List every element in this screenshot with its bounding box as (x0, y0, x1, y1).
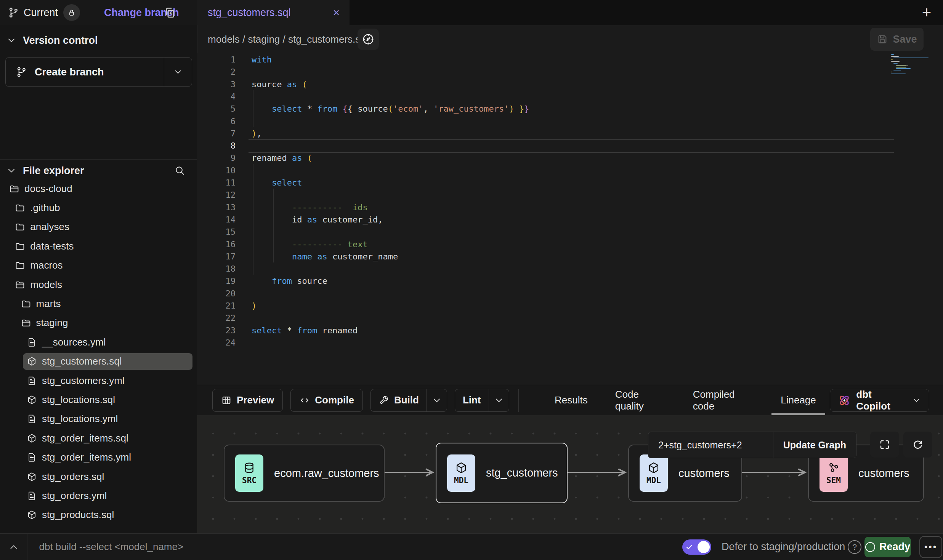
fullscreen-button[interactable] (870, 432, 899, 458)
command-input[interactable]: dbt build --select <model_name> (39, 541, 184, 553)
new-tab-button[interactable]: + (917, 3, 936, 22)
code-line: 20 (197, 287, 943, 300)
tree-item-stg-products-sql[interactable]: stg_products.sql (23, 507, 192, 523)
tree-item-models[interactable]: models (11, 276, 192, 293)
pane-tab-code-quality[interactable]: Code quality (601, 385, 679, 415)
tree-item-docs-cloud[interactable]: docs-cloud (5, 180, 192, 197)
overflow-menu-button[interactable]: ••• (919, 536, 942, 558)
badge-label: MDL (454, 476, 468, 485)
code-line: 21) (197, 299, 943, 312)
copy-icon[interactable] (163, 6, 176, 19)
file-tree: docs-cloud.githubanalysesdata-testsmacro… (0, 179, 197, 533)
tree-item-stg-locations-sql[interactable]: stg_locations.sql (23, 391, 192, 408)
tree-item-stg-locations-yml[interactable]: stg_locations.yml (23, 411, 192, 427)
badge-label: SEM (826, 476, 841, 485)
branch-lock-badge (63, 4, 80, 21)
node-type-badge: MDL (640, 454, 668, 492)
tree-item-analyses[interactable]: analyses (11, 219, 192, 235)
sql-icon (27, 510, 37, 520)
update-graph-button[interactable]: Update Graph (773, 432, 856, 458)
tree-item-label: data-tests (30, 240, 74, 252)
lineage-selector-input[interactable]: 2+stg_customers+2 (648, 432, 773, 458)
lineage-node-stg-customers[interactable]: MDLstg_customers (436, 443, 568, 503)
tree-item-marts[interactable]: marts (17, 295, 192, 312)
version-control-header[interactable]: Version control (0, 32, 98, 49)
build-dropdown[interactable] (427, 389, 447, 411)
lint-label: Lint (463, 394, 481, 406)
branch-header: Current Change branch (0, 0, 197, 26)
code-line: 6 (197, 115, 943, 128)
build-button[interactable]: Build (370, 389, 447, 412)
lineage-panel[interactable]: SRCecom.raw_customersMDLstg_customersMDL… (197, 415, 943, 533)
tab-close-icon[interactable]: × (333, 7, 340, 18)
tree-item--sources-yml[interactable]: __sources.yml (23, 334, 192, 350)
node-type-badge: SRC (235, 454, 263, 492)
tree-item-label: stg_locations.yml (42, 413, 118, 425)
preview-label: Preview (237, 394, 274, 406)
tab-stg-customers[interactable]: stg_customers.sql × (197, 0, 350, 25)
lineage-node-ecom-raw-customers[interactable]: SRCecom.raw_customers (224, 445, 385, 502)
create-branch-dropdown[interactable] (164, 58, 192, 86)
save-button[interactable]: Save (870, 28, 924, 51)
tree-item-label: stg_order_items.yml (42, 451, 131, 463)
lint-dropdown[interactable] (489, 389, 509, 411)
cube-icon (647, 461, 660, 474)
code-line: 5 select * from {{ source('ecom', 'raw_c… (197, 102, 943, 115)
preview-button[interactable]: Preview (212, 389, 283, 412)
help-icon[interactable]: ? (848, 540, 861, 554)
tree-item-stg-orders-yml[interactable]: stg_orders.yml (23, 487, 192, 504)
pane-tabs: ResultsCode qualityCompiled codeLineage (541, 385, 830, 415)
chevron-up-icon[interactable] (8, 541, 19, 553)
search-icon[interactable] (174, 165, 186, 176)
chevron-down-icon (912, 395, 921, 405)
save-label: Save (893, 34, 917, 45)
compile-button[interactable]: Compile (290, 389, 363, 412)
tree-item-stg-customers-yml[interactable]: stg_customers.yml (23, 372, 192, 389)
refresh-button[interactable] (903, 432, 932, 458)
tree-item-macros[interactable]: macros (11, 257, 192, 274)
defer-toggle[interactable] (682, 539, 711, 555)
code-line: 11 select (197, 176, 943, 189)
tab-strip: stg_customers.sql × + (197, 0, 943, 25)
folder-icon (15, 203, 25, 213)
create-branch-button[interactable]: Create branch (5, 57, 192, 87)
dbt-cloud-ide: Current Change branch stg_customers.sql … (0, 0, 943, 560)
toggle-knob (698, 541, 710, 553)
pane-tab-lineage[interactable]: Lineage (767, 385, 830, 415)
lint-button[interactable]: Lint (455, 389, 509, 412)
check-icon (686, 544, 693, 550)
code-line: 12 (197, 189, 943, 201)
ready-status-button[interactable]: Ready (864, 537, 911, 557)
code-line: 2 (197, 66, 943, 78)
code-line: 16 ---------- text (197, 238, 943, 251)
code-editor[interactable]: 1with23source as (45 select * from {{ so… (197, 53, 943, 385)
file-explorer-title: File explorer (23, 165, 84, 177)
tree-item-label: models (30, 279, 62, 291)
node-type-badge: SEM (820, 454, 848, 492)
tree-item-label: staging (36, 317, 68, 329)
tree-item-label: stg_products.sql (42, 509, 114, 521)
code-line: 22 (197, 312, 943, 324)
tree-item-stg-customers-sql[interactable]: stg_customers.sql (23, 353, 192, 370)
tree-item-stg-order-items-sql[interactable]: stg_order_items.sql (23, 430, 192, 446)
folder-icon (15, 222, 25, 232)
tree-item-data-tests[interactable]: data-tests (11, 238, 192, 254)
tree-item--github[interactable]: .github (11, 199, 192, 216)
copilot-compass-button[interactable] (358, 29, 379, 50)
yml-icon (27, 452, 37, 462)
sql-icon (27, 395, 37, 405)
pane-tab-results[interactable]: Results (541, 385, 601, 415)
dbt-copilot-button[interactable]: dbt Copilot (830, 389, 929, 412)
semantic-icon (827, 461, 840, 474)
folder-open-icon (9, 184, 19, 194)
tree-item-stg-orders-sql[interactable]: stg_orders.sql (23, 468, 192, 485)
tree-item-stg-order-items-yml[interactable]: stg_order_items.yml (23, 449, 192, 466)
tree-item-staging[interactable]: staging (17, 315, 192, 331)
code-line: 15 (197, 226, 943, 238)
pane-tab-compiled-code[interactable]: Compiled code (679, 385, 767, 415)
yml-icon (27, 414, 37, 424)
file-explorer-header[interactable]: File explorer (0, 162, 191, 179)
lineage-selector: 2+stg_customers+2 Update Graph (648, 432, 856, 458)
code-line: 17 name as customer_name (197, 250, 943, 263)
lock-icon (67, 8, 76, 17)
